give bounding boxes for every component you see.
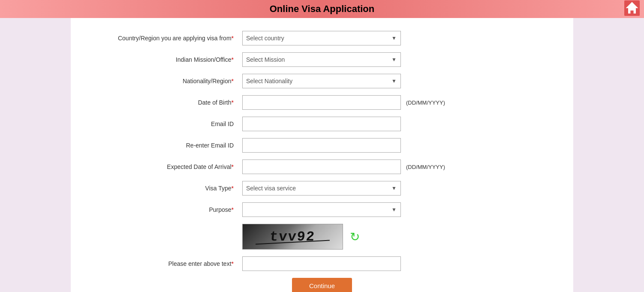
top-header: Online Visa Application: [0, 0, 644, 18]
visa-type-label: Visa Type*: [79, 185, 242, 192]
country-row: Country/Region you are applying visa fro…: [79, 31, 565, 45]
visa-type-select[interactable]: Select visa service: [242, 181, 401, 196]
re-email-input[interactable]: [242, 138, 401, 153]
mission-label: Indian Mission/Office*: [79, 56, 242, 63]
form-container: Country/Region you are applying visa fro…: [71, 27, 573, 292]
mission-required: *: [232, 56, 234, 63]
country-label: Country/Region you are applying visa fro…: [79, 35, 242, 42]
dob-required: *: [232, 99, 234, 106]
visa-type-select-wrapper: Select visa service ▼: [242, 181, 401, 196]
visa-type-row: Visa Type* Select visa service ▼: [79, 181, 565, 196]
captcha-input-label: Please enter above text*: [79, 260, 242, 267]
purpose-required: *: [232, 206, 234, 213]
email-input[interactable]: [242, 117, 401, 131]
nationality-select-wrapper: Select Nationality ▼: [242, 74, 401, 88]
arrival-row: Expected Date of Arrival* (DD/MM/YYYY): [79, 160, 565, 174]
re-email-row: Re-enter Email ID: [79, 138, 565, 153]
nationality-select[interactable]: Select Nationality: [242, 74, 401, 88]
mission-row: Indian Mission/Office* Select Mission ▼: [79, 52, 565, 67]
captcha-image: tvv92: [242, 224, 343, 250]
email-label: Email ID: [79, 120, 242, 127]
country-select-wrapper: Select country ▼: [242, 31, 401, 45]
country-select[interactable]: Select country: [242, 31, 401, 45]
arrival-label: Expected Date of Arrival*: [79, 163, 242, 170]
captcha-input[interactable]: [242, 256, 401, 271]
re-email-label: Re-enter Email ID: [79, 142, 242, 149]
mission-select[interactable]: Select Mission: [242, 52, 401, 67]
purpose-select[interactable]: [242, 202, 401, 217]
arrival-input[interactable]: [242, 160, 401, 174]
dob-input[interactable]: [242, 95, 401, 110]
purpose-select-wrapper: ▼: [242, 202, 401, 217]
purpose-row: Purpose* ▼: [79, 202, 565, 217]
continue-button[interactable]: Continue: [292, 278, 352, 292]
email-row: Email ID: [79, 117, 565, 131]
home-icon-wrapper[interactable]: [624, 0, 640, 18]
home-icon[interactable]: [624, 0, 640, 16]
dob-label: Date of Birth*: [79, 99, 242, 106]
mission-select-wrapper: Select Mission ▼: [242, 52, 401, 67]
visa-type-required: *: [232, 185, 234, 192]
dob-row: Date of Birth* (DD/MM/YYYY): [79, 95, 565, 110]
captcha-input-row: Please enter above text*: [79, 256, 565, 271]
page-title: Online Visa Application: [270, 3, 375, 15]
refresh-captcha-icon[interactable]: ↻: [350, 230, 360, 244]
arrival-required: *: [232, 163, 234, 170]
captcha-required: *: [232, 260, 234, 267]
country-required: *: [232, 35, 234, 42]
nationality-required: *: [232, 78, 234, 84]
dob-hint: (DD/MM/YYYY): [406, 99, 445, 106]
nationality-row: Nationality/Region* Select Nationality ▼: [79, 74, 565, 88]
nationality-label: Nationality/Region*: [79, 78, 242, 84]
arrival-hint: (DD/MM/YYYY): [406, 164, 445, 170]
continue-row: Continue: [79, 278, 565, 292]
main-content: Country/Region you are applying visa fro…: [71, 18, 573, 292]
page-wrapper: Online Visa Application Country/Region y…: [0, 0, 644, 292]
purpose-label: Purpose*: [79, 206, 242, 213]
captcha-image-row: tvv92 ↻: [79, 224, 565, 250]
